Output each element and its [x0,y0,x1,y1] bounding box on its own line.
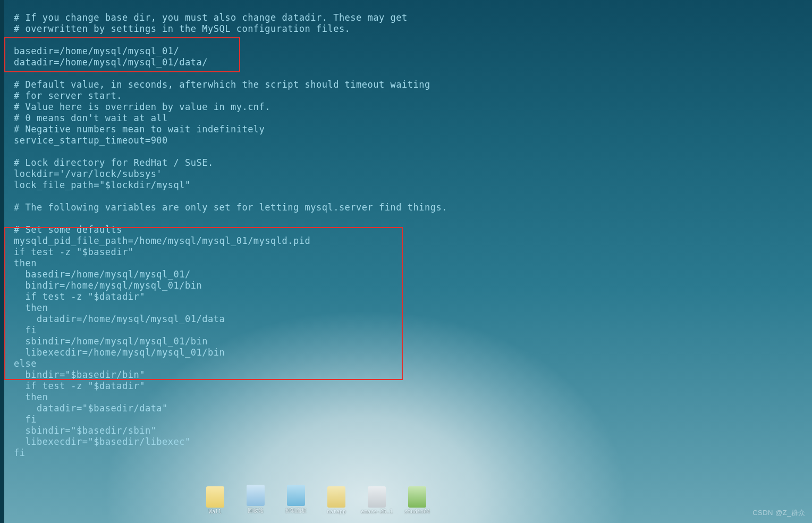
code-line: datadir=/home/mysql/mysql_01/data [5,314,802,325]
code-line: libexecdir=/home/mysql/mysql_01/bin [5,347,802,358]
code-line: if test -z "$datadir" [5,291,802,302]
icon-label: emacs-26.1 [361,509,393,514]
app-icon [327,486,345,508]
code-line: libexecdir="$basedir/libexec" [5,436,802,448]
code-line: # Lock directory for RedHat / SuSE. [5,157,802,168]
window-left-edge [0,0,4,523]
code-line [5,191,802,202]
code-line: fi [5,448,802,459]
code-line: # The following variables are only set f… [5,202,802,213]
desktop-background: # If you change base dir, you must also … [0,0,812,523]
code-line: # Value here is overriden by value in my… [5,102,802,113]
icon-label: natapp [327,509,346,514]
desktop-icon-control-panel[interactable]: 控制面板 [283,485,309,514]
desktop-icon-recycle-bin[interactable]: 回收站 [242,485,269,514]
folder-icon [206,486,224,508]
code-line: bindir=/home/mysql/mysql_01/bin [5,280,802,291]
trash-icon [247,485,265,506]
code-line: # Set some defaults [5,224,802,235]
code-line [5,68,802,79]
code-line: datadir=/home/mysql/mysql_01/data/ [5,57,802,68]
code-line: # If you change base dir, you must also … [5,12,802,23]
terminal-editor-content[interactable]: # If you change base dir, you must also … [5,0,802,459]
desktop-icon-natapp[interactable]: natapp [323,486,350,514]
watermark-text: CSDN @Z_群众 [752,508,806,518]
code-line: # Negative numbers mean to wait indefini… [5,124,802,135]
code-line: # for server start. [5,90,802,102]
code-line: # overwritten by settings in the MySQL c… [5,23,802,35]
icon-label: Wall [209,509,222,514]
code-line: then [5,392,802,403]
desktop-icon-emacs[interactable]: emacs-26.1 [363,486,390,514]
code-line [5,1,802,12]
icon-label: 回收站 [248,507,264,514]
code-line: then [5,302,802,314]
code-line [5,146,802,157]
android-studio-icon [408,486,426,508]
code-line: mysqld_pid_file_path=/home/mysql/mysql_0… [5,235,802,247]
code-line [5,35,802,46]
code-line: if test -z "$basedir" [5,247,802,258]
code-line: basedir=/home/mysql/mysql_01/ [5,46,802,57]
code-line: then [5,258,802,269]
control-panel-icon [287,485,305,506]
code-line: sbindir=/home/mysql/mysql_01/bin [5,336,802,347]
code-line: # Default value, in seconds, afterwhich … [5,79,802,90]
code-line: fi [5,325,802,336]
code-line: else [5,358,802,369]
desktop-icon-wall[interactable]: Wall [202,486,229,514]
code-line: datadir="$basedir/data" [5,403,802,414]
code-line: bindir="$basedir/bin" [5,369,802,381]
emacs-icon [368,486,386,508]
icon-label: 控制面板 [285,507,307,514]
code-line: if test -z "$datadir" [5,381,802,392]
code-line: # 0 means don't wait at all [5,113,802,124]
desktop-icon-row: Wall 回收站 控制面板 natapp emacs-26.1 studio64 [202,485,430,514]
code-line: sbindir="$basedir/sbin" [5,425,802,436]
icon-label: studio64 [404,509,430,514]
code-line: basedir=/home/mysql/mysql_01/ [5,269,802,280]
code-line [5,213,802,224]
code-line: fi [5,414,802,425]
code-line: service_startup_timeout=900 [5,135,802,146]
desktop-icon-studio64[interactable]: studio64 [404,486,430,514]
code-line: lockdir='/var/lock/subsys' [5,168,802,180]
code-line: lock_file_path="$lockdir/mysql" [5,180,802,191]
